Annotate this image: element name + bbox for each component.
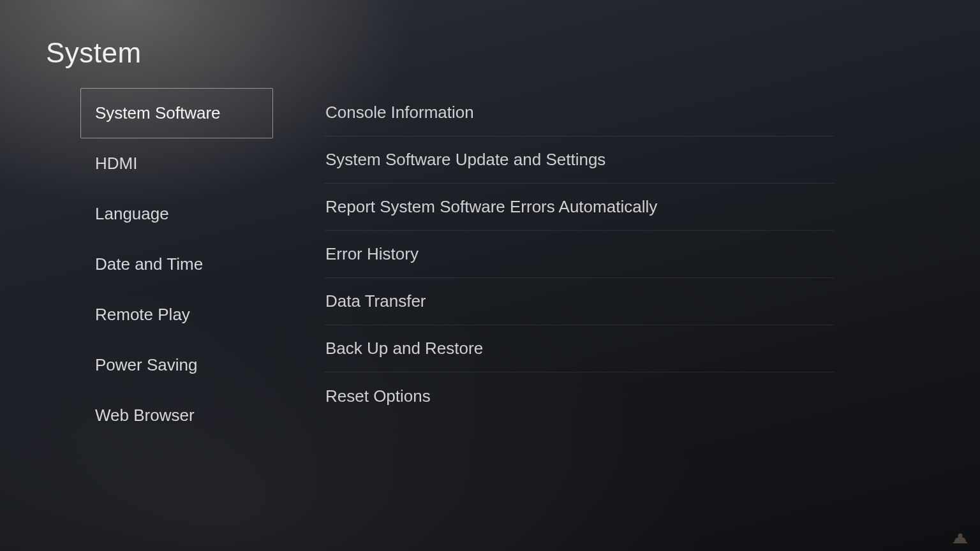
sidebar-item-web-browser[interactable]: Web Browser — [80, 390, 273, 441]
sidebar-item-label: Language — [95, 204, 169, 224]
content-item-label: System Software Update and Settings — [325, 150, 605, 170]
sidebar-item-label: Power Saving — [95, 355, 197, 375]
svg-rect-1 — [953, 542, 967, 543]
settings-content: Console Information System Software Upda… — [324, 89, 835, 420]
content-item-label: Report System Software Errors Automatica… — [325, 197, 657, 217]
content-item-backup-restore[interactable]: Back Up and Restore — [324, 325, 835, 372]
svg-point-0 — [958, 534, 963, 538]
content-item-system-software-update[interactable]: System Software Update and Settings — [324, 136, 835, 184]
page-title: System — [46, 37, 142, 69]
content-item-label: Reset Options — [325, 386, 431, 406]
sidebar-item-power-saving[interactable]: Power Saving — [80, 340, 273, 390]
sidebar-item-label: System Software — [95, 103, 221, 123]
content-item-label: Data Transfer — [325, 291, 426, 311]
sidebar-item-date-and-time[interactable]: Date and Time — [80, 239, 273, 290]
content-item-report-errors[interactable]: Report System Software Errors Automatica… — [324, 184, 835, 231]
sidebar-item-label: Remote Play — [95, 305, 190, 325]
sidebar-item-label: Date and Time — [95, 254, 203, 274]
sidebar-item-label: Web Browser — [95, 406, 195, 425]
content-item-console-information[interactable]: Console Information — [324, 89, 835, 136]
content-item-label: Back Up and Restore — [325, 339, 483, 358]
content-item-reset-options[interactable]: Reset Options — [324, 372, 835, 420]
sidebar-item-remote-play[interactable]: Remote Play — [80, 290, 273, 340]
settings-sidebar: System Software HDMI Language Date and T… — [80, 88, 273, 441]
sidebar-item-hdmi[interactable]: HDMI — [80, 138, 273, 189]
content-item-label: Error History — [325, 244, 419, 264]
sidebar-item-system-software[interactable]: System Software — [80, 88, 273, 138]
watermark-icon — [952, 532, 969, 547]
sidebar-item-label: HDMI — [95, 154, 137, 173]
content-item-data-transfer[interactable]: Data Transfer — [324, 278, 835, 325]
sidebar-item-language[interactable]: Language — [80, 189, 273, 239]
content-item-error-history[interactable]: Error History — [324, 231, 835, 278]
content-item-label: Console Information — [325, 103, 474, 122]
